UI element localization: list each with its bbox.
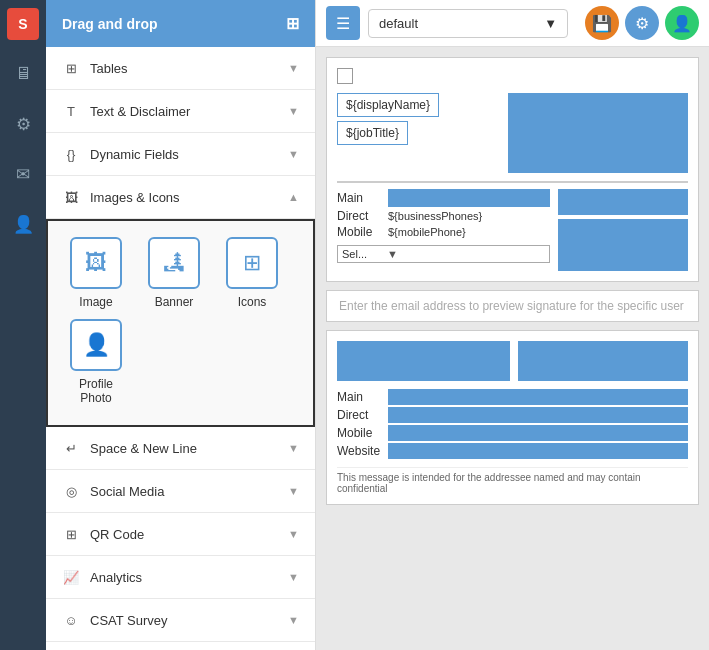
- tables-icon: ⊞: [62, 59, 80, 77]
- banner-icon: 🏞: [148, 237, 200, 289]
- preview-contact-rows: Main Direct Mobile Website: [337, 389, 688, 459]
- sig-top: ${displayName} ${jobTitle}: [337, 93, 688, 173]
- icons-icon: ⊞: [226, 237, 278, 289]
- images-grid: 🖼 Image 🏞 Banner ⊞ Icons 👤 Profile Photo: [58, 233, 303, 413]
- preview-direct-bar: [388, 407, 688, 423]
- social-media-chevron-icon: ▼: [288, 485, 299, 497]
- main-value-bar: [388, 189, 550, 207]
- settings-icon: ⚙: [635, 14, 649, 33]
- sidebar-item-social-media[interactable]: ◎ Social Media ▼: [46, 470, 315, 513]
- sidebar-item-csat-survey[interactable]: ☺ CSAT Survey ▼: [46, 599, 315, 642]
- user-icon: 👤: [672, 14, 692, 33]
- signature-card-top: ${displayName} ${jobTitle} Main Direct $…: [326, 57, 699, 282]
- sidebar-item-dynamic-fields[interactable]: {} Dynamic Fields ▼: [46, 133, 315, 176]
- photo-placeholder: [508, 93, 688, 173]
- mobile-label: Mobile: [337, 225, 382, 239]
- save-button[interactable]: 💾: [585, 6, 619, 40]
- analytics-icon: 📈: [62, 568, 80, 586]
- tables-chevron-icon: ▼: [288, 62, 299, 74]
- sidebar-item-dynamic-fields-label: Dynamic Fields: [90, 147, 179, 162]
- job-title-field[interactable]: ${jobTitle}: [337, 121, 408, 145]
- contact-row-direct: Direct ${businessPhones}: [337, 209, 550, 223]
- sidebar-item-images-icons[interactable]: 🖼 Images & Icons ▲: [46, 176, 315, 219]
- sidebar-header-icon: ⊞: [286, 14, 299, 33]
- sidebar-item-csat-survey-label: CSAT Survey: [90, 613, 168, 628]
- main-area: ☰ default ▼ 💾 ⚙ 👤: [316, 0, 709, 650]
- csat-survey-icon: ☺: [62, 611, 80, 629]
- preview-main-bar: [388, 389, 688, 405]
- sidebar-item-tables-label: Tables: [90, 61, 128, 76]
- grid-item-icons[interactable]: ⊞ Icons: [218, 237, 286, 309]
- menu-button[interactable]: ☰: [326, 6, 360, 40]
- sidebar-item-tables[interactable]: ⊞ Tables ▼: [46, 47, 315, 90]
- preview-top-row: [337, 341, 688, 381]
- text-disclaimer-chevron-icon: ▼: [288, 105, 299, 117]
- social-media-icon: ◎: [62, 482, 80, 500]
- image-label: Image: [79, 295, 112, 309]
- grid-item-image[interactable]: 🖼 Image: [62, 237, 130, 309]
- sidebar-item-social-media-label: Social Media: [90, 484, 164, 499]
- preview-contact-main: Main: [337, 389, 688, 405]
- sidebar-item-space-newline[interactable]: ↵ Space & New Line ▼: [46, 427, 315, 470]
- qr-code-chevron-icon: ▼: [288, 528, 299, 540]
- dynamic-fields-chevron-icon: ▼: [288, 148, 299, 160]
- mobile-phone-field[interactable]: ${mobilePhone}: [388, 226, 466, 238]
- sidebar-item-text-disclaimer[interactable]: T Text & Disclaimer ▼: [46, 90, 315, 133]
- email-preview-input[interactable]: Enter the email address to preview signa…: [326, 290, 699, 322]
- dropdown-text: Sel...: [342, 248, 367, 260]
- csat-survey-chevron-icon: ▼: [288, 614, 299, 626]
- contact-right-bottom-bar: [558, 219, 688, 271]
- preview-contact-mobile: Mobile: [337, 425, 688, 441]
- email-preview-placeholder: Enter the email address to preview signa…: [339, 299, 684, 313]
- preview-main-label: Main: [337, 390, 382, 404]
- sidebar-header: Drag and drop ⊞: [46, 0, 315, 47]
- preview-contact-website: Website: [337, 443, 688, 459]
- menu-icon: ☰: [336, 14, 350, 33]
- topbar: ☰ default ▼ 💾 ⚙ 👤: [316, 0, 709, 47]
- save-icon: 💾: [592, 14, 612, 33]
- images-icons-chevron-icon: ▲: [288, 191, 299, 203]
- grid-item-banner[interactable]: 🏞 Banner: [140, 237, 208, 309]
- preview-contact-direct: Direct: [337, 407, 688, 423]
- profile-photo-icon: 👤: [70, 319, 122, 371]
- contact-row-main: Main: [337, 189, 550, 207]
- template-dropdown-value: default: [379, 16, 418, 31]
- preview-blue-narrow: [518, 341, 688, 381]
- nav-mail[interactable]: ✉: [7, 158, 39, 190]
- app-logo: S: [7, 8, 39, 40]
- preview-website-bar: [388, 443, 688, 459]
- image-icon: 🖼: [70, 237, 122, 289]
- template-dropdown[interactable]: default ▼: [368, 9, 568, 38]
- banner-label: Banner: [155, 295, 194, 309]
- icons-label: Icons: [238, 295, 267, 309]
- space-newline-icon: ↵: [62, 439, 80, 457]
- images-icons-icon: 🖼: [62, 188, 80, 206]
- dropdown-arrow-icon: ▼: [387, 248, 398, 260]
- sig-divider: [337, 181, 688, 183]
- nav-user[interactable]: 👤: [7, 208, 39, 240]
- display-name-field[interactable]: ${displayName}: [337, 93, 439, 117]
- dropdown-selector[interactable]: Sel... ▼: [337, 245, 550, 263]
- dynamic-fields-icon: {}: [62, 145, 80, 163]
- sidebar-item-analytics[interactable]: 📈 Analytics ▼: [46, 556, 315, 599]
- nav-monitor[interactable]: 🖥: [7, 58, 39, 90]
- grid-item-profile-photo[interactable]: 👤 Profile Photo: [62, 319, 130, 405]
- sig-contact: Main Direct ${businessPhones} Mobile ${m…: [337, 189, 688, 271]
- sidebar-item-text-disclaimer-label: Text & Disclaimer: [90, 104, 190, 119]
- contact-right-top-bar: [558, 189, 688, 215]
- sidebar-item-qr-code[interactable]: ⊞ QR Code ▼: [46, 513, 315, 556]
- settings-button[interactable]: ⚙: [625, 6, 659, 40]
- sidebar-item-space-newline-label: Space & New Line: [90, 441, 197, 456]
- analytics-chevron-icon: ▼: [288, 571, 299, 583]
- preview-website-label: Website: [337, 444, 382, 458]
- space-newline-chevron-icon: ▼: [288, 442, 299, 454]
- template-dropdown-arrow: ▼: [544, 16, 557, 31]
- text-disclaimer-icon: T: [62, 102, 80, 120]
- qr-code-icon: ⊞: [62, 525, 80, 543]
- nav-settings[interactable]: ⚙: [7, 108, 39, 140]
- preview-blue-wide: [337, 341, 510, 381]
- user-button[interactable]: 👤: [665, 6, 699, 40]
- preview-mobile-label: Mobile: [337, 426, 382, 440]
- business-phones-field[interactable]: ${businessPhones}: [388, 210, 482, 222]
- images-expanded-panel: 🖼 Image 🏞 Banner ⊞ Icons 👤 Profile Photo: [46, 219, 315, 427]
